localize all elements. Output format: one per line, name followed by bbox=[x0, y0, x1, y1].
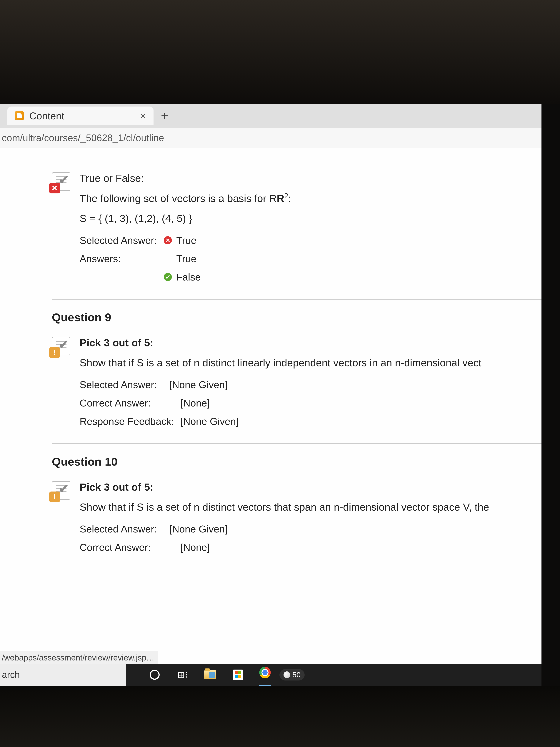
address-bar[interactable]: com/ultra/courses/_50628_1/cl/outline bbox=[0, 128, 560, 148]
task-view-icon[interactable]: ⊞⁝ bbox=[176, 668, 189, 681]
q8-prompt: The following set of vectors is a basis … bbox=[80, 190, 560, 206]
needs-grading-status-icon: ✔︎ ! bbox=[52, 337, 70, 355]
microsoft-store-icon[interactable] bbox=[232, 668, 244, 681]
content-page-icon bbox=[15, 111, 24, 120]
moon-icon bbox=[284, 671, 290, 678]
q9-feedback-label: Response Feedback: bbox=[80, 414, 176, 429]
taskbar-search[interactable]: arch bbox=[0, 664, 126, 686]
q9-selected-value: [None Given] bbox=[169, 377, 228, 392]
q8-set: S = { (1, 3), (1,2), (4, 5) } bbox=[80, 211, 560, 226]
q10-prompt: Show that if S is a set of n distinct ve… bbox=[80, 499, 560, 515]
search-text-visible: arch bbox=[2, 669, 20, 680]
windows-taskbar: arch ⊞⁝ 50 bbox=[0, 664, 560, 686]
incorrect-icon: ✕ bbox=[164, 236, 172, 244]
q9-feedback-value: [None Given] bbox=[180, 414, 239, 429]
incorrect-status-icon: ✔︎ ✕ bbox=[52, 172, 70, 191]
temperature-value: 50 bbox=[292, 671, 301, 679]
q10-selected-label: Selected Answer: bbox=[80, 521, 165, 537]
tab-title: Content bbox=[29, 110, 64, 122]
question-9-header: Question 9 bbox=[52, 307, 560, 331]
q10-correct-label-partial: Correct Answer: bbox=[80, 540, 165, 555]
selected-answer-value: True bbox=[176, 233, 196, 248]
answer-option-false: False bbox=[176, 269, 201, 285]
q9-prompt: Show that if S is a set of n distinct li… bbox=[80, 355, 560, 370]
selected-answer-label: Selected Answer: bbox=[80, 233, 159, 248]
q9-selected-label: Selected Answer: bbox=[80, 377, 165, 392]
q9-correct-label: Correct Answer: bbox=[80, 395, 165, 411]
tab-strip: Content × + bbox=[0, 104, 560, 128]
link-status-bar: /webapps/assessment/review/review.jsp… bbox=[0, 651, 158, 664]
question-10-header: Question 10 bbox=[52, 451, 560, 475]
question-9-block: Question 9 ✔︎ ! Pick 3 out of 5: Show th… bbox=[52, 300, 560, 443]
needs-grading-status-icon-2: ✔︎ ! bbox=[52, 481, 70, 500]
question-10-block: Question 10 ✔︎ ! Pick 3 out of 5: Show t… bbox=[52, 444, 560, 569]
browser-tab-content[interactable]: Content × bbox=[7, 106, 154, 125]
new-tab-button[interactable]: + bbox=[161, 108, 168, 123]
q10-prompt-label: Pick 3 out of 5: bbox=[80, 479, 560, 495]
q9-prompt-label: Pick 3 out of 5: bbox=[80, 335, 560, 351]
cortana-icon[interactable] bbox=[148, 668, 161, 681]
answer-option-true: True bbox=[176, 251, 196, 266]
correct-icon: ✔ bbox=[164, 273, 172, 281]
file-explorer-icon[interactable] bbox=[204, 668, 217, 681]
q8-prompt-label: True or False: bbox=[80, 171, 560, 186]
q10-correct-value: [None] bbox=[169, 540, 210, 555]
page-content: ✔︎ ✕ True or False: The following set of… bbox=[0, 148, 560, 664]
answers-label: Answers: bbox=[80, 251, 159, 266]
q10-selected-value: [None Given] bbox=[169, 521, 228, 537]
question-8-block: ✔︎ ✕ True or False: The following set of… bbox=[52, 159, 560, 299]
close-tab-icon[interactable]: × bbox=[140, 110, 146, 122]
weather-widget[interactable]: 50 bbox=[286, 668, 298, 681]
url-text: com/ultra/courses/_50628_1/cl/outline bbox=[2, 132, 164, 144]
q9-correct-value: [None] bbox=[169, 395, 210, 411]
chrome-taskbar-icon[interactable] bbox=[259, 664, 271, 686]
